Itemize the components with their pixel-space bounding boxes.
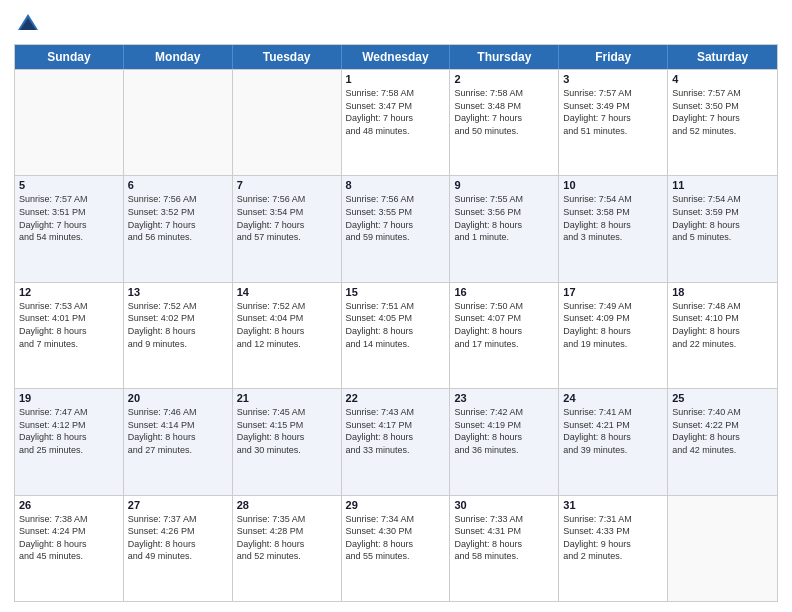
calendar-week-4: 19Sunrise: 7:47 AM Sunset: 4:12 PM Dayli…	[15, 388, 777, 494]
day-info: Sunrise: 7:40 AM Sunset: 4:22 PM Dayligh…	[672, 406, 773, 456]
day-cell-8: 8Sunrise: 7:56 AM Sunset: 3:55 PM Daylig…	[342, 176, 451, 281]
page: SundayMondayTuesdayWednesdayThursdayFrid…	[0, 0, 792, 612]
day-number: 9	[454, 179, 554, 191]
calendar: SundayMondayTuesdayWednesdayThursdayFrid…	[14, 44, 778, 602]
day-cell-14: 14Sunrise: 7:52 AM Sunset: 4:04 PM Dayli…	[233, 283, 342, 388]
header-day-wednesday: Wednesday	[342, 45, 451, 69]
day-number: 27	[128, 499, 228, 511]
header-day-tuesday: Tuesday	[233, 45, 342, 69]
empty-cell	[668, 496, 777, 601]
day-number: 8	[346, 179, 446, 191]
calendar-week-3: 12Sunrise: 7:53 AM Sunset: 4:01 PM Dayli…	[15, 282, 777, 388]
day-info: Sunrise: 7:31 AM Sunset: 4:33 PM Dayligh…	[563, 513, 663, 563]
day-info: Sunrise: 7:47 AM Sunset: 4:12 PM Dayligh…	[19, 406, 119, 456]
day-info: Sunrise: 7:58 AM Sunset: 3:48 PM Dayligh…	[454, 87, 554, 137]
header	[14, 10, 778, 38]
day-info: Sunrise: 7:56 AM Sunset: 3:55 PM Dayligh…	[346, 193, 446, 243]
empty-cell	[15, 70, 124, 175]
day-number: 16	[454, 286, 554, 298]
day-cell-1: 1Sunrise: 7:58 AM Sunset: 3:47 PM Daylig…	[342, 70, 451, 175]
day-info: Sunrise: 7:45 AM Sunset: 4:15 PM Dayligh…	[237, 406, 337, 456]
day-cell-21: 21Sunrise: 7:45 AM Sunset: 4:15 PM Dayli…	[233, 389, 342, 494]
day-number: 1	[346, 73, 446, 85]
day-cell-15: 15Sunrise: 7:51 AM Sunset: 4:05 PM Dayli…	[342, 283, 451, 388]
day-info: Sunrise: 7:57 AM Sunset: 3:49 PM Dayligh…	[563, 87, 663, 137]
day-info: Sunrise: 7:56 AM Sunset: 3:52 PM Dayligh…	[128, 193, 228, 243]
day-number: 11	[672, 179, 773, 191]
day-cell-9: 9Sunrise: 7:55 AM Sunset: 3:56 PM Daylig…	[450, 176, 559, 281]
empty-cell	[233, 70, 342, 175]
day-number: 22	[346, 392, 446, 404]
day-number: 12	[19, 286, 119, 298]
day-cell-3: 3Sunrise: 7:57 AM Sunset: 3:49 PM Daylig…	[559, 70, 668, 175]
day-number: 4	[672, 73, 773, 85]
day-cell-20: 20Sunrise: 7:46 AM Sunset: 4:14 PM Dayli…	[124, 389, 233, 494]
day-number: 2	[454, 73, 554, 85]
day-info: Sunrise: 7:38 AM Sunset: 4:24 PM Dayligh…	[19, 513, 119, 563]
calendar-week-1: 1Sunrise: 7:58 AM Sunset: 3:47 PM Daylig…	[15, 69, 777, 175]
day-cell-2: 2Sunrise: 7:58 AM Sunset: 3:48 PM Daylig…	[450, 70, 559, 175]
day-number: 31	[563, 499, 663, 511]
day-number: 14	[237, 286, 337, 298]
day-info: Sunrise: 7:46 AM Sunset: 4:14 PM Dayligh…	[128, 406, 228, 456]
day-number: 7	[237, 179, 337, 191]
day-number: 10	[563, 179, 663, 191]
day-cell-24: 24Sunrise: 7:41 AM Sunset: 4:21 PM Dayli…	[559, 389, 668, 494]
day-info: Sunrise: 7:51 AM Sunset: 4:05 PM Dayligh…	[346, 300, 446, 350]
day-cell-11: 11Sunrise: 7:54 AM Sunset: 3:59 PM Dayli…	[668, 176, 777, 281]
day-number: 24	[563, 392, 663, 404]
header-day-thursday: Thursday	[450, 45, 559, 69]
day-info: Sunrise: 7:52 AM Sunset: 4:04 PM Dayligh…	[237, 300, 337, 350]
day-number: 30	[454, 499, 554, 511]
day-cell-5: 5Sunrise: 7:57 AM Sunset: 3:51 PM Daylig…	[15, 176, 124, 281]
day-number: 3	[563, 73, 663, 85]
day-cell-4: 4Sunrise: 7:57 AM Sunset: 3:50 PM Daylig…	[668, 70, 777, 175]
day-number: 6	[128, 179, 228, 191]
day-number: 5	[19, 179, 119, 191]
day-cell-29: 29Sunrise: 7:34 AM Sunset: 4:30 PM Dayli…	[342, 496, 451, 601]
day-info: Sunrise: 7:57 AM Sunset: 3:50 PM Dayligh…	[672, 87, 773, 137]
day-cell-10: 10Sunrise: 7:54 AM Sunset: 3:58 PM Dayli…	[559, 176, 668, 281]
day-info: Sunrise: 7:34 AM Sunset: 4:30 PM Dayligh…	[346, 513, 446, 563]
day-cell-28: 28Sunrise: 7:35 AM Sunset: 4:28 PM Dayli…	[233, 496, 342, 601]
day-number: 25	[672, 392, 773, 404]
day-cell-25: 25Sunrise: 7:40 AM Sunset: 4:22 PM Dayli…	[668, 389, 777, 494]
day-cell-16: 16Sunrise: 7:50 AM Sunset: 4:07 PM Dayli…	[450, 283, 559, 388]
day-cell-18: 18Sunrise: 7:48 AM Sunset: 4:10 PM Dayli…	[668, 283, 777, 388]
day-info: Sunrise: 7:54 AM Sunset: 3:59 PM Dayligh…	[672, 193, 773, 243]
day-number: 17	[563, 286, 663, 298]
day-cell-22: 22Sunrise: 7:43 AM Sunset: 4:17 PM Dayli…	[342, 389, 451, 494]
logo-icon	[14, 10, 42, 38]
day-info: Sunrise: 7:53 AM Sunset: 4:01 PM Dayligh…	[19, 300, 119, 350]
empty-cell	[124, 70, 233, 175]
day-info: Sunrise: 7:35 AM Sunset: 4:28 PM Dayligh…	[237, 513, 337, 563]
day-number: 21	[237, 392, 337, 404]
day-cell-7: 7Sunrise: 7:56 AM Sunset: 3:54 PM Daylig…	[233, 176, 342, 281]
day-info: Sunrise: 7:41 AM Sunset: 4:21 PM Dayligh…	[563, 406, 663, 456]
day-info: Sunrise: 7:43 AM Sunset: 4:17 PM Dayligh…	[346, 406, 446, 456]
day-cell-30: 30Sunrise: 7:33 AM Sunset: 4:31 PM Dayli…	[450, 496, 559, 601]
day-number: 28	[237, 499, 337, 511]
header-day-sunday: Sunday	[15, 45, 124, 69]
day-info: Sunrise: 7:58 AM Sunset: 3:47 PM Dayligh…	[346, 87, 446, 137]
day-number: 26	[19, 499, 119, 511]
day-cell-13: 13Sunrise: 7:52 AM Sunset: 4:02 PM Dayli…	[124, 283, 233, 388]
header-day-friday: Friday	[559, 45, 668, 69]
calendar-week-2: 5Sunrise: 7:57 AM Sunset: 3:51 PM Daylig…	[15, 175, 777, 281]
day-info: Sunrise: 7:50 AM Sunset: 4:07 PM Dayligh…	[454, 300, 554, 350]
logo	[14, 10, 46, 38]
day-info: Sunrise: 7:42 AM Sunset: 4:19 PM Dayligh…	[454, 406, 554, 456]
day-info: Sunrise: 7:57 AM Sunset: 3:51 PM Dayligh…	[19, 193, 119, 243]
day-info: Sunrise: 7:54 AM Sunset: 3:58 PM Dayligh…	[563, 193, 663, 243]
day-info: Sunrise: 7:48 AM Sunset: 4:10 PM Dayligh…	[672, 300, 773, 350]
day-cell-6: 6Sunrise: 7:56 AM Sunset: 3:52 PM Daylig…	[124, 176, 233, 281]
day-number: 13	[128, 286, 228, 298]
header-day-monday: Monday	[124, 45, 233, 69]
calendar-header: SundayMondayTuesdayWednesdayThursdayFrid…	[15, 45, 777, 69]
day-number: 18	[672, 286, 773, 298]
header-day-saturday: Saturday	[668, 45, 777, 69]
calendar-week-5: 26Sunrise: 7:38 AM Sunset: 4:24 PM Dayli…	[15, 495, 777, 601]
day-cell-23: 23Sunrise: 7:42 AM Sunset: 4:19 PM Dayli…	[450, 389, 559, 494]
day-info: Sunrise: 7:56 AM Sunset: 3:54 PM Dayligh…	[237, 193, 337, 243]
day-info: Sunrise: 7:55 AM Sunset: 3:56 PM Dayligh…	[454, 193, 554, 243]
